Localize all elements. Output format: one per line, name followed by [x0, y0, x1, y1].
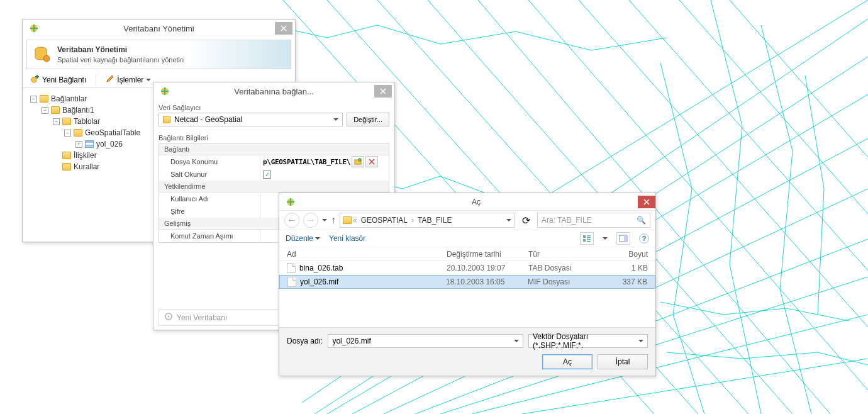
- navigation-bar: ← → ↑ « GEOSPATIAL › TAB_FILE ⟳ Ara: TAB…: [279, 211, 655, 230]
- svg-rect-34: [587, 239, 591, 240]
- open-button[interactable]: Aç: [542, 354, 593, 369]
- help-button[interactable]: ?: [639, 233, 649, 243]
- cancel-button[interactable]: İptal: [598, 354, 648, 369]
- operations-button[interactable]: İşlemler: [101, 72, 155, 87]
- breadcrumb-seg[interactable]: TAB_FILE: [415, 216, 454, 225]
- file-row[interactable]: bina_026.tab 20.10.2003 19:07 TAB Dosyas…: [279, 261, 655, 275]
- tree-toggle[interactable]: −: [30, 96, 37, 103]
- svg-rect-37: [624, 235, 627, 242]
- breadcrumb[interactable]: « GEOSPATIAL › TAB_FILE: [340, 213, 515, 228]
- clear-button[interactable]: [365, 156, 378, 167]
- up-button[interactable]: ↑: [331, 215, 336, 226]
- back-button[interactable]: ←: [284, 213, 299, 228]
- search-icon: 🔍: [637, 216, 646, 225]
- tree-toggle[interactable]: −: [53, 118, 60, 125]
- file-icon: [287, 277, 296, 287]
- chevron-down-icon: [333, 118, 338, 123]
- chevron-down-icon[interactable]: [322, 219, 327, 224]
- file-type: TAB Dosyası: [528, 264, 604, 272]
- col-size[interactable]: Boyut: [604, 250, 648, 259]
- col-type[interactable]: Tür: [528, 250, 604, 259]
- plus-icon: [31, 74, 40, 85]
- view-mode-button[interactable]: [580, 232, 594, 245]
- svg-rect-30: [583, 235, 586, 238]
- column-headers[interactable]: Ad Değiştirme tarihi Tür Boyut: [279, 247, 655, 261]
- filename-label: Dosya adı:: [287, 337, 323, 345]
- filetype-filter[interactable]: Vektör Dosyaları (*.SHP;*.MIF;*.: [528, 334, 648, 348]
- svg-rect-33: [583, 239, 586, 242]
- file-path-value[interactable]: p\GEOSPATIAL\TAB_FILE\: [263, 158, 350, 166]
- col-name[interactable]: Ad: [287, 250, 447, 259]
- chevron-down-icon: [146, 79, 151, 84]
- db-icon: [163, 116, 170, 123]
- tree-root[interactable]: Bağlantılar: [51, 93, 87, 104]
- chevron-down-icon[interactable]: [506, 219, 511, 224]
- titlebar[interactable]: Aç: [279, 193, 655, 211]
- refresh-button[interactable]: ⟳: [518, 213, 533, 228]
- svg-point-28: [168, 316, 170, 318]
- tree-rules[interactable]: Kurallar: [74, 161, 99, 172]
- file-row[interactable]: yol_026.mif 18.10.2003 16:05 MIF Dosyası…: [279, 275, 655, 289]
- tree-toggle[interactable]: −: [64, 130, 71, 137]
- folder-icon: [62, 152, 71, 159]
- folder-icon: [343, 216, 352, 224]
- browse-button[interactable]: [352, 156, 364, 167]
- pencil-icon: [106, 74, 114, 85]
- folder-icon: [74, 129, 82, 137]
- chevron-down-icon: [315, 237, 320, 242]
- separator: [96, 74, 96, 86]
- header-title: Veritabanı Yönetimi: [57, 45, 184, 54]
- tree-relations[interactable]: İlişkiler: [74, 150, 97, 161]
- chevron-right-icon: ›: [411, 216, 414, 225]
- svg-point-22: [43, 55, 50, 62]
- window-title: Veritabanı Yönetimi: [43, 24, 275, 33]
- chevron-down-icon[interactable]: [603, 237, 608, 242]
- titlebar[interactable]: Veritabanı Yönetimi: [23, 20, 295, 37]
- organize-menu[interactable]: Düzenle: [286, 234, 320, 243]
- group-connection: Bağlantı: [159, 143, 389, 155]
- table-icon: [85, 140, 94, 148]
- change-provider-button[interactable]: Değiştir...: [347, 113, 389, 126]
- new-connection-label: Yeni Bağlantı: [42, 76, 86, 84]
- close-button[interactable]: [374, 85, 392, 98]
- preview-pane-button[interactable]: [616, 232, 630, 245]
- connection-info-label: Bağlantı Bilgileri: [153, 130, 394, 143]
- search-input[interactable]: Ara: TAB_FILE 🔍: [537, 213, 650, 228]
- header-panel: Veritabanı Yönetimi Spatial veri kaynağı…: [26, 40, 291, 69]
- close-button[interactable]: [275, 22, 292, 35]
- forward-button[interactable]: →: [303, 213, 318, 228]
- new-connection-button[interactable]: Yeni Bağlantı: [26, 72, 91, 87]
- file-type: MIF Dosyası: [528, 277, 603, 286]
- tree-layer[interactable]: yol_026: [96, 138, 123, 150]
- file-size: 337 KB: [603, 277, 647, 286]
- tree-connection[interactable]: Bağlantı1: [62, 104, 94, 116]
- tree-geo-table[interactable]: GeoSpatialTable: [85, 127, 140, 138]
- provider-select[interactable]: Netcad - GeoSpatial: [159, 113, 343, 126]
- window-title: Aç: [299, 198, 653, 206]
- col-date[interactable]: Değiştirme tarihi: [447, 250, 528, 259]
- tree-toggle[interactable]: +: [75, 141, 82, 148]
- file-list: Ad Değiştirme tarihi Tür Boyut bina_026.…: [279, 247, 655, 289]
- breadcrumb-seg[interactable]: GEOSPATIAL: [359, 216, 410, 225]
- gear-icon: [164, 312, 173, 323]
- operations-label: İşlemler: [117, 76, 143, 84]
- chevron-icon: «: [353, 216, 357, 225]
- svg-point-23: [31, 77, 36, 82]
- tree-toggle[interactable]: −: [42, 107, 48, 114]
- readonly-checkbox[interactable]: ✓: [263, 171, 271, 179]
- file-name: bina_026.tab: [299, 264, 343, 272]
- folder-icon: [62, 163, 71, 171]
- search-placeholder: Ara: TAB_FILE: [542, 216, 592, 225]
- svg-rect-31: [587, 235, 591, 237]
- svg-line-19: [730, 0, 868, 157]
- filter-value: Vektör Dosyaları (*.SHP;*.MIF;*.: [533, 332, 638, 350]
- new-folder-button[interactable]: Yeni klasör: [329, 234, 365, 243]
- readonly-label: Salt Okunur: [159, 171, 260, 178]
- chevron-down-icon: [514, 340, 519, 345]
- close-button[interactable]: [638, 196, 655, 208]
- file-size: 1 KB: [604, 264, 648, 272]
- filename-input[interactable]: yol_026.mif: [328, 334, 523, 348]
- tree-tables[interactable]: Tablolar: [74, 116, 100, 127]
- titlebar[interactable]: Veritabanına bağlan...: [153, 82, 394, 100]
- new-database-label: Yeni Veritabanı: [177, 313, 227, 322]
